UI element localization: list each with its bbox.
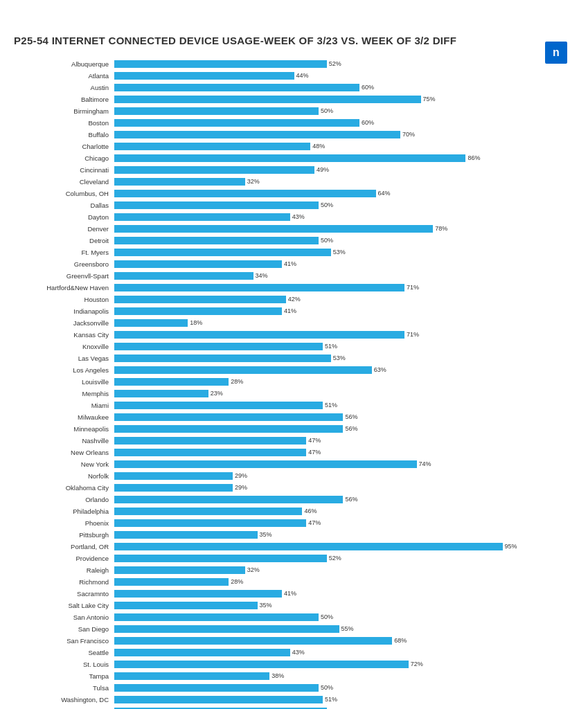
- bar-row: San Diego55%: [14, 624, 574, 634]
- bar-area: 56%: [114, 413, 574, 421]
- bar: [114, 472, 233, 480]
- bar: [114, 696, 323, 703]
- city-label: Denver: [14, 225, 114, 233]
- bar-row: Portland, OR95%: [14, 541, 574, 551]
- bar-value-label: 95%: [505, 543, 517, 550]
- bar: [114, 84, 359, 91]
- bar-value-label: 29%: [235, 472, 247, 479]
- bar-value-label: 47%: [308, 437, 321, 444]
- bar: [114, 613, 319, 621]
- bar-value-label: 47%: [308, 519, 321, 526]
- bar-value-label: 51%: [325, 402, 337, 409]
- bar-area: 63%: [114, 366, 574, 374]
- bar-value-label: 44%: [296, 72, 309, 79]
- city-label: Norfolk: [14, 472, 114, 480]
- bar-value-label: 86%: [467, 154, 480, 161]
- bar-value-label: 71%: [407, 284, 419, 291]
- bar-area: 50%: [114, 613, 574, 621]
- bar: [114, 284, 404, 291]
- city-label: Jacksonville: [14, 319, 114, 327]
- bar-value-label: 34%: [256, 272, 268, 279]
- bar: [114, 496, 343, 503]
- bar-value-label: 55%: [341, 625, 354, 632]
- city-label: Greenvll-Spart: [14, 272, 114, 280]
- bar-area: 50%: [114, 236, 574, 244]
- bar-area: 60%: [114, 118, 574, 127]
- bar: [114, 684, 319, 692]
- city-label: Orlando: [14, 496, 114, 503]
- bar-area: 34%: [114, 271, 574, 280]
- city-label: Providence: [14, 555, 114, 562]
- bar: [114, 154, 465, 162]
- city-label: Miami: [14, 402, 114, 409]
- bar-row: Dallas50%: [14, 200, 574, 210]
- bar-value-label: 43%: [292, 213, 305, 220]
- bar-value-label: 50%: [321, 684, 333, 691]
- bar-row: Miami51%: [14, 400, 574, 410]
- bar: [114, 307, 282, 315]
- bar-value-label: 49%: [317, 166, 329, 173]
- bar-row: Orlando56%: [14, 494, 574, 504]
- city-label: Oklahoma City: [14, 484, 114, 492]
- bar-area: 68%: [114, 636, 574, 645]
- city-label: Raleigh: [14, 566, 114, 574]
- bar-value-label: 75%: [423, 96, 436, 102]
- bar-value-label: 64%: [378, 190, 391, 197]
- bar: [114, 166, 314, 174]
- city-label: Atlanta: [14, 72, 114, 80]
- city-label: Portland, OR: [14, 543, 114, 550]
- bar-value-label: 35%: [260, 531, 272, 538]
- bar: [114, 178, 245, 186]
- city-label: St. Louis: [14, 661, 114, 668]
- bar-value-label: 56%: [345, 496, 357, 503]
- bar-value-label: 41%: [284, 260, 296, 267]
- city-label: Milwaukee: [14, 413, 114, 421]
- bar: [114, 566, 245, 574]
- bar-value-label: 32%: [247, 178, 260, 185]
- city-label: Philadelphia: [14, 508, 114, 515]
- city-label: Salt Lake City: [14, 602, 114, 609]
- city-label: Detroit: [14, 237, 114, 244]
- city-label: Tulsa: [14, 684, 114, 692]
- bar: [114, 661, 409, 668]
- bar-row: West Palm Beach52%: [14, 706, 574, 709]
- city-label: Cincinnati: [14, 166, 114, 174]
- city-label: Kansas City: [14, 331, 114, 339]
- bar: [114, 460, 417, 468]
- bar-area: 60%: [114, 83, 574, 91]
- city-label: Tampa: [14, 672, 114, 680]
- bar: [114, 378, 229, 386]
- bar-area: 44%: [114, 71, 574, 80]
- city-label: Ft. Myers: [14, 249, 114, 256]
- bar-row: Richmond28%: [14, 577, 574, 586]
- bar-row: Boston60%: [14, 118, 574, 127]
- bar: [114, 402, 323, 409]
- bar-row: Knoxville51%: [14, 341, 574, 351]
- bar-area: 53%: [114, 248, 574, 256]
- bar-value-label: 32%: [247, 566, 260, 573]
- bar: [114, 590, 282, 598]
- bar-row: Louisville28%: [14, 377, 574, 386]
- bar-value-label: 56%: [345, 425, 357, 432]
- bar-row: Sacramnto41%: [14, 589, 574, 598]
- city-label: Las Vegas: [14, 354, 114, 362]
- bar-row: Oklahoma City29%: [14, 483, 574, 492]
- bar-row: New York74%: [14, 459, 574, 469]
- city-label: Hartford&New Haven: [14, 284, 114, 291]
- bar-area: 50%: [114, 683, 574, 692]
- bar-area: 51%: [114, 401, 574, 409]
- city-label: San Diego: [14, 625, 114, 633]
- bar: [114, 425, 343, 433]
- bar-value-label: 38%: [271, 672, 284, 679]
- bar-value-label: 51%: [325, 696, 337, 703]
- bar-area: 35%: [114, 530, 574, 539]
- bar-row: Providence52%: [14, 553, 574, 563]
- city-label: Greensboro: [14, 260, 114, 268]
- bar-area: 95%: [114, 542, 574, 550]
- bar-area: 32%: [114, 566, 574, 574]
- bar-area: 41%: [114, 307, 574, 315]
- bar: [114, 672, 269, 680]
- bar: [114, 107, 319, 115]
- bar-row: Austin60%: [14, 82, 574, 92]
- chart-title: P25-54 INTERNET CONNECTED DEVICE USAGE-W…: [14, 35, 574, 46]
